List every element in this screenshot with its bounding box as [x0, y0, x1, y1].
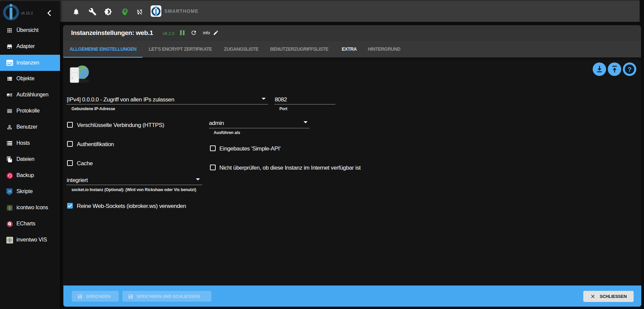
svg-text:?: ? [628, 66, 632, 73]
svg-text:JS: JS [8, 190, 11, 193]
